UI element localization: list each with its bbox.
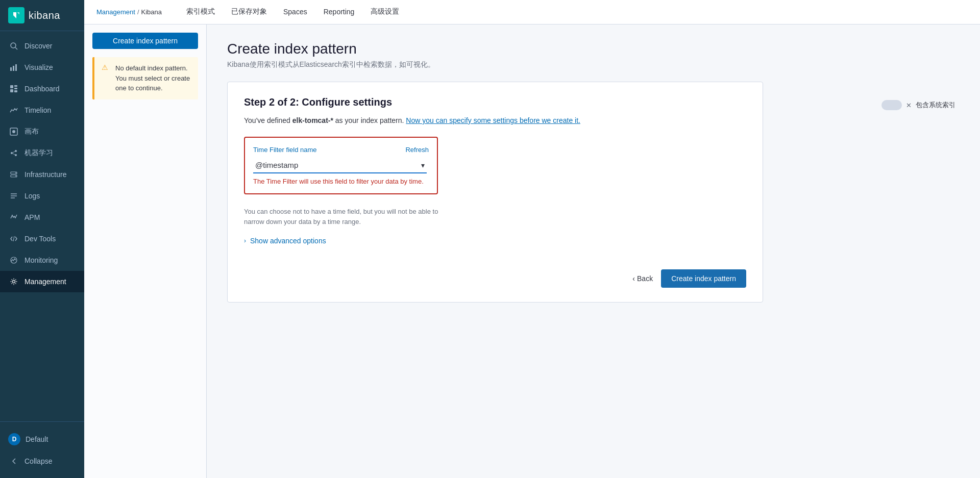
breadcrumb-separator: / bbox=[137, 8, 139, 16]
sidebar-item-devtools[interactable]: Dev Tools bbox=[0, 228, 84, 249]
sidebar-item-ml[interactable]: 机器学习 bbox=[0, 142, 84, 164]
sidebar-item-canvas-label: 画布 bbox=[24, 127, 39, 136]
svg-line-1 bbox=[15, 47, 17, 49]
show-advanced-options[interactable]: › Show advanced options bbox=[244, 237, 746, 245]
canvas-icon bbox=[8, 126, 19, 137]
tab-spaces[interactable]: Spaces bbox=[275, 0, 315, 24]
refresh-button[interactable]: Refresh bbox=[405, 146, 429, 154]
index-pattern-name: elk-tomcat-* bbox=[292, 116, 333, 124]
sidebar-item-logs-label: Logs bbox=[24, 192, 40, 200]
step-card: Step 2 of 2: Configure settings You've d… bbox=[227, 82, 763, 303]
logs-icon bbox=[8, 190, 19, 202]
tab-index-patterns[interactable]: 索引模式 bbox=[178, 0, 223, 24]
sidebar-item-dashboard[interactable]: Dashboard bbox=[0, 78, 84, 99]
time-filter-select[interactable]: @timestamp ▾ bbox=[253, 158, 427, 173]
sidebar-item-discover-label: Discover bbox=[24, 42, 52, 50]
svg-point-0 bbox=[11, 43, 16, 48]
bottom-actions: ‹ Back Create index pattern bbox=[244, 261, 746, 288]
sidebar-item-discover[interactable]: Discover bbox=[0, 35, 84, 57]
step-description: You've defined elk-tomcat-* as your inde… bbox=[244, 116, 746, 124]
svg-rect-7 bbox=[14, 88, 17, 89]
infrastructure-icon bbox=[8, 169, 19, 180]
step-title: Step 2 of 2: Configure settings bbox=[244, 96, 746, 108]
svg-rect-3 bbox=[13, 66, 14, 71]
svg-rect-6 bbox=[14, 85, 17, 87]
sidebar-item-timelion-label: Timelion bbox=[24, 106, 51, 114]
create-index-pattern-button[interactable]: Create index pattern bbox=[661, 269, 746, 288]
svg-point-20 bbox=[15, 175, 16, 177]
tab-saved-objects[interactable]: 已保存对象 bbox=[223, 0, 275, 24]
time-filter-help-text: The Time Filter will use this field to f… bbox=[253, 178, 429, 185]
breadcrumb-current: Kibana bbox=[141, 8, 162, 16]
main-area: Management / Kibana 索引模式 已保存对象 Spaces Re… bbox=[84, 0, 980, 478]
user-profile[interactable]: D Default bbox=[0, 428, 84, 450]
sidebar-item-monitoring-label: Monitoring bbox=[24, 256, 58, 264]
sidebar-item-visualize[interactable]: Visualize bbox=[0, 57, 84, 78]
create-index-pattern-sidebar-button[interactable]: Create index pattern bbox=[92, 33, 198, 49]
user-avatar: D bbox=[8, 433, 20, 445]
page-subtitle: Kibana使用索引模式从Elasticsearch索引中检索数据，如可视化。 bbox=[227, 60, 960, 69]
time-filter-box: Time Filter field name Refresh @timestam… bbox=[244, 137, 438, 194]
visualize-icon bbox=[8, 62, 19, 73]
sidebar-item-management[interactable]: Management bbox=[0, 271, 84, 292]
svg-rect-2 bbox=[10, 67, 12, 71]
sidebar-item-canvas[interactable]: 画布 bbox=[0, 121, 84, 142]
svg-point-11 bbox=[12, 130, 15, 133]
svg-rect-5 bbox=[10, 85, 13, 88]
warning-box: ⚠ No default index pattern. You must sel… bbox=[92, 57, 198, 99]
svg-line-24 bbox=[13, 236, 14, 241]
sidebar-item-apm[interactable]: APM bbox=[0, 207, 84, 228]
svg-point-26 bbox=[13, 281, 15, 283]
content-area: Create index pattern ⚠ No default index … bbox=[84, 24, 980, 478]
advanced-options-label: Show advanced options bbox=[250, 237, 326, 245]
system-index-toggle[interactable] bbox=[881, 100, 902, 110]
svg-rect-9 bbox=[14, 90, 17, 92]
sidebar-item-logs[interactable]: Logs bbox=[0, 185, 84, 207]
sidebar-item-dashboard-label: Dashboard bbox=[24, 85, 60, 93]
svg-rect-4 bbox=[15, 64, 17, 71]
svg-point-12 bbox=[11, 152, 13, 154]
breadcrumb-management-link[interactable]: Management bbox=[96, 8, 135, 16]
sidebar-item-timelion[interactable]: Timelion bbox=[0, 99, 84, 121]
step-desc-middle: as your index pattern. bbox=[333, 116, 406, 124]
back-chevron-icon: ‹ bbox=[632, 274, 635, 283]
devtools-icon bbox=[8, 233, 19, 244]
sidebar-item-infrastructure[interactable]: Infrastructure bbox=[0, 164, 84, 185]
time-filter-field-label: Time Filter field name bbox=[253, 146, 317, 154]
time-filter-label-row: Time Filter field name Refresh bbox=[253, 146, 429, 154]
step-desc-link[interactable]: Now you can specify some settings before… bbox=[406, 116, 580, 124]
back-button[interactable]: ‹ Back bbox=[632, 274, 653, 283]
user-name-label: Default bbox=[26, 435, 48, 443]
dropdown-arrow-icon: ▾ bbox=[421, 161, 425, 169]
collapse-label: Collapse bbox=[24, 457, 52, 465]
sidebar-item-management-label: Management bbox=[24, 278, 66, 286]
system-index-toggle-area: ✕ 包含系统索引 bbox=[881, 100, 955, 110]
dashboard-icon bbox=[8, 83, 19, 94]
svg-point-13 bbox=[15, 150, 17, 152]
monitoring-icon bbox=[8, 255, 19, 266]
svg-line-15 bbox=[13, 152, 15, 153]
tab-advanced-settings[interactable]: 高级设置 bbox=[362, 0, 407, 24]
collapse-button[interactable]: Collapse bbox=[0, 450, 84, 472]
time-filter-selected-value: @timestamp bbox=[255, 161, 421, 169]
top-navigation: Management / Kibana 索引模式 已保存对象 Spaces Re… bbox=[84, 0, 980, 24]
kibana-logo-icon bbox=[8, 7, 24, 23]
breadcrumb: Management / Kibana bbox=[96, 8, 162, 16]
top-nav-tabs: 索引模式 已保存对象 Spaces Reporting 高级设置 bbox=[178, 0, 407, 24]
tab-reporting[interactable]: Reporting bbox=[315, 0, 363, 24]
collapse-icon bbox=[8, 456, 19, 467]
page-title: Create index pattern bbox=[227, 41, 960, 57]
sidebar-navigation: Discover Visualize Dashboard Timelion 画布 bbox=[0, 31, 84, 421]
logo: kibana bbox=[0, 0, 84, 31]
right-panel: ✕ 包含系统索引 Create index pattern Kibana使用索引… bbox=[207, 24, 980, 478]
svg-point-14 bbox=[15, 154, 17, 156]
sidebar-item-visualize-label: Visualize bbox=[24, 63, 53, 71]
step-desc-before: You've defined bbox=[244, 116, 292, 124]
sidebar-item-monitoring[interactable]: Monitoring bbox=[0, 249, 84, 271]
sidebar: kibana Discover Visualize Dashboard Time… bbox=[0, 0, 84, 478]
sidebar-item-devtools-label: Dev Tools bbox=[24, 235, 56, 243]
svg-point-19 bbox=[15, 172, 16, 173]
discover-icon bbox=[8, 40, 19, 52]
sidebar-item-ml-label: 机器学习 bbox=[24, 148, 53, 158]
sidebar-item-infrastructure-label: Infrastructure bbox=[24, 170, 66, 179]
